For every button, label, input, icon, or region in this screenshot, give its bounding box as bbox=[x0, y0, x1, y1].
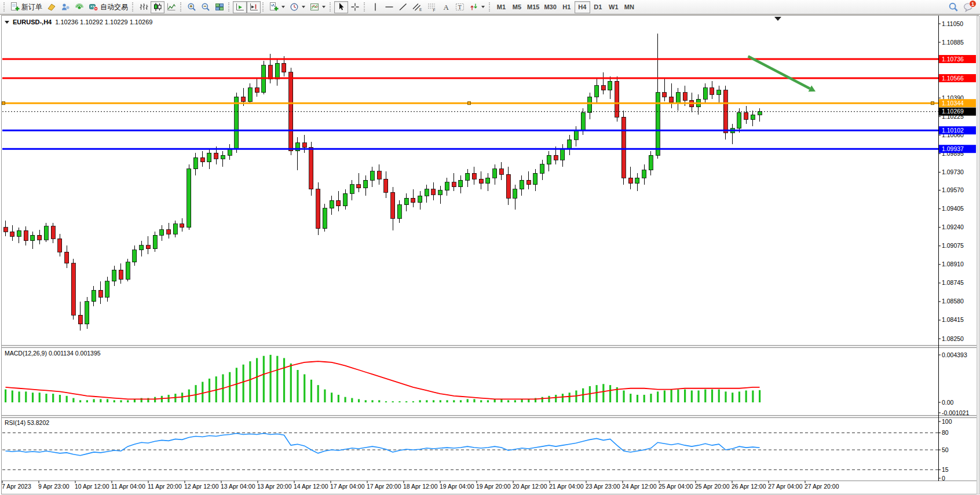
macd-histogram-bar bbox=[671, 390, 672, 402]
autotrading-button[interactable]: 自动交易 bbox=[86, 1, 130, 13]
candle-bull bbox=[17, 230, 21, 236]
macd-histogram-bar bbox=[12, 390, 13, 402]
signals-button[interactable] bbox=[72, 1, 86, 13]
timeframe-m15[interactable]: M15 bbox=[525, 1, 542, 13]
candle-bear bbox=[214, 153, 218, 159]
candle-bear bbox=[38, 235, 42, 240]
candle-bear bbox=[710, 88, 714, 95]
hline-handle[interactable] bbox=[468, 102, 471, 105]
right-edge-strip[interactable] bbox=[977, 16, 979, 494]
macd-histogram-bar bbox=[630, 394, 631, 402]
toolbar-grip[interactable] bbox=[132, 2, 134, 12]
templates-dropdown-caret[interactable] bbox=[322, 6, 326, 8]
toolbar-grip[interactable] bbox=[262, 2, 265, 12]
templates-button[interactable] bbox=[308, 1, 328, 13]
candle-bear bbox=[472, 173, 476, 179]
toolbar-grip[interactable] bbox=[228, 2, 231, 12]
symbol-dropdown-icon[interactable] bbox=[5, 21, 9, 24]
candle-bear bbox=[58, 239, 62, 252]
date-tick-label: 13 Apr 20:00 bbox=[257, 483, 292, 490]
macd-histogram-bar bbox=[697, 390, 699, 402]
toolbar-grip[interactable] bbox=[364, 2, 366, 12]
metaeditor-button[interactable] bbox=[45, 1, 58, 13]
indicators-dropdown-caret[interactable] bbox=[281, 6, 285, 8]
periods-dropdown-caret[interactable] bbox=[302, 6, 305, 8]
fibonacci-button[interactable]: F bbox=[425, 1, 439, 13]
indicators-button[interactable] bbox=[267, 1, 287, 13]
candle-bull bbox=[221, 155, 225, 159]
zoom-out-button[interactable] bbox=[199, 1, 213, 13]
candle-bull bbox=[126, 262, 130, 279]
candle-bull bbox=[574, 131, 578, 140]
candle-bull bbox=[323, 208, 327, 229]
macd-histogram-bar bbox=[154, 397, 156, 402]
new-order-button[interactable]: 新订单 bbox=[8, 1, 45, 13]
macd-histogram-bar bbox=[229, 372, 231, 402]
hline-handle[interactable] bbox=[931, 102, 934, 105]
arrows-dropdown-caret[interactable] bbox=[481, 6, 485, 8]
timeframe-h4[interactable]: H4 bbox=[575, 1, 590, 13]
rsi-pane[interactable] bbox=[2, 418, 938, 481]
zoom-in-button[interactable] bbox=[185, 1, 199, 13]
toolbar-grip[interactable] bbox=[330, 2, 332, 12]
pane-splitter[interactable] bbox=[1, 346, 979, 348]
pane-splitter[interactable] bbox=[1, 416, 979, 418]
vertical-line-button[interactable] bbox=[368, 1, 382, 13]
macd-histogram-bar bbox=[732, 393, 733, 402]
timeframe-mn[interactable]: MN bbox=[621, 1, 637, 13]
macd-histogram-bar bbox=[555, 395, 557, 402]
candle-bull bbox=[758, 112, 762, 115]
text-button[interactable]: A bbox=[439, 1, 453, 13]
date-tick-label: 11 Apr 04:00 bbox=[111, 483, 145, 490]
chart-canvas[interactable]: 1.110501.108851.107201.105551.103901.102… bbox=[0, 15, 980, 495]
price-tick-label: 1.10885 bbox=[942, 39, 964, 46]
timeframe-m1[interactable]: M1 bbox=[493, 1, 509, 13]
macd-histogram-bar bbox=[25, 391, 27, 402]
rsi-title: RSI(14) bbox=[5, 419, 25, 426]
bar-chart-button[interactable] bbox=[137, 1, 151, 13]
date-tick-label: 25 Apr 04:00 bbox=[659, 483, 693, 490]
tile-windows-button[interactable] bbox=[213, 1, 226, 13]
timeframe-h1[interactable]: H1 bbox=[559, 1, 575, 13]
main-chart-pane[interactable] bbox=[2, 16, 938, 345]
candlestick-chart-icon bbox=[153, 2, 162, 12]
hline-handle[interactable] bbox=[2, 102, 5, 105]
macd-histogram-bar bbox=[650, 394, 652, 402]
toolbar-grip[interactable] bbox=[489, 2, 491, 12]
periods-button[interactable] bbox=[287, 1, 308, 13]
chart-shift-button[interactable] bbox=[247, 1, 261, 13]
timeframe-m5[interactable]: M5 bbox=[509, 1, 525, 13]
horizontal-line-button[interactable] bbox=[382, 1, 396, 13]
macd-histogram-bar bbox=[243, 365, 244, 402]
cursor-button[interactable] bbox=[334, 1, 348, 13]
trendline-button[interactable] bbox=[396, 1, 410, 13]
crosshair-button[interactable] bbox=[348, 1, 362, 13]
search-icon[interactable] bbox=[948, 2, 959, 12]
candle-bull bbox=[703, 88, 707, 99]
macd-histogram-bar bbox=[637, 395, 638, 402]
macd-tick-label: -0.001021 bbox=[942, 409, 969, 416]
timeframe-d1[interactable]: D1 bbox=[590, 1, 606, 13]
candle-bear bbox=[3, 228, 8, 232]
text-label-button[interactable]: T bbox=[453, 1, 467, 13]
macd-histogram-bar bbox=[392, 401, 394, 402]
timeframe-w1[interactable]: W1 bbox=[606, 1, 621, 13]
price-tick-label: 1.11050 bbox=[942, 20, 963, 27]
arrows-button[interactable] bbox=[467, 1, 487, 13]
candlestick-chart-button[interactable] bbox=[151, 1, 164, 13]
toolbar-grip[interactable] bbox=[3, 2, 6, 12]
date-tick-label: 9 Apr 23:00 bbox=[38, 483, 70, 490]
macd-histogram-bar bbox=[107, 399, 108, 402]
mql5-community-button[interactable] bbox=[58, 1, 72, 13]
text-label-icon: T bbox=[455, 2, 465, 12]
macd-pane[interactable] bbox=[2, 348, 938, 415]
indicators-icon bbox=[269, 2, 279, 12]
timeframe-m30[interactable]: M30 bbox=[542, 1, 558, 13]
equidistant-channel-button[interactable]: E bbox=[410, 1, 425, 13]
notifications-button[interactable]: 1 bbox=[962, 1, 975, 13]
macd-histogram-bar bbox=[338, 395, 339, 402]
line-chart-button[interactable] bbox=[164, 1, 178, 13]
auto-scroll-button[interactable] bbox=[233, 1, 247, 13]
metaeditor-icon bbox=[47, 2, 56, 12]
toolbar-grip[interactable] bbox=[180, 2, 182, 12]
